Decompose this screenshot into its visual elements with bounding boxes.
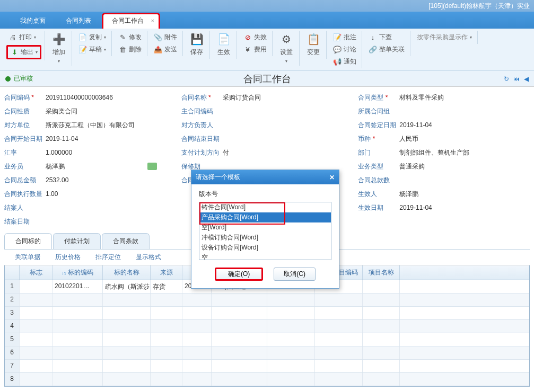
cell xyxy=(267,360,315,372)
cell xyxy=(182,293,212,306)
cost-button[interactable]: ¥费用 xyxy=(241,44,269,55)
subtab-terms[interactable]: 合同条款 xyxy=(102,233,150,249)
cell xyxy=(315,307,363,319)
list-item[interactable]: 空 xyxy=(199,253,331,260)
down-button[interactable]: ↓下查 xyxy=(366,32,407,43)
cell: 20102201… xyxy=(52,280,103,293)
filter-rel[interactable]: 关联单据 xyxy=(15,253,40,262)
list-item[interactable]: 产品采购合同[Word] xyxy=(199,212,331,222)
col-name[interactable]: 标的名称 xyxy=(103,265,151,280)
col-pname[interactable]: 项目名称 xyxy=(363,265,400,280)
money-icon: ¥ xyxy=(243,46,252,54)
cell xyxy=(151,307,182,319)
chevron-down-icon: ▾ xyxy=(36,50,38,55)
send-button[interactable]: 📤发送 xyxy=(152,44,179,55)
cell xyxy=(315,333,363,346)
copy-button[interactable]: 📄复制▾ xyxy=(76,32,108,43)
notify-button[interactable]: 📢通知 xyxy=(331,56,358,67)
draft-button[interactable]: 📝草稿▾ xyxy=(76,44,108,55)
cell xyxy=(52,373,103,386)
cell xyxy=(267,373,315,386)
cell: 2 xyxy=(5,293,20,306)
close-icon[interactable]: × xyxy=(151,17,154,24)
approve-button[interactable]: 📝批注 xyxy=(331,32,358,43)
cell xyxy=(315,293,363,306)
label-sign: 合同签定日期 xyxy=(358,121,396,130)
cell xyxy=(212,360,267,372)
list-item[interactable]: 空[Word] xyxy=(199,222,331,233)
table-row[interactable]: 4 xyxy=(5,320,529,333)
list-item[interactable]: 铸件合同[Word] xyxy=(199,202,331,212)
list-item[interactable]: 冲模订购合同[Word] xyxy=(199,233,331,243)
cell xyxy=(363,373,400,386)
table-row[interactable]: 6 xyxy=(5,346,529,360)
label-plan: 支付计划方向 xyxy=(181,148,220,157)
cell: 1 xyxy=(5,280,20,293)
print-button[interactable]: 🖨 打印 ▾ xyxy=(6,32,41,43)
cell xyxy=(267,346,315,359)
gear-icon: ⚙ xyxy=(280,33,293,46)
cell xyxy=(20,280,52,293)
setup-button[interactable]: ⚙设置▾ xyxy=(277,32,296,65)
col-src[interactable]: 来源 xyxy=(151,265,182,280)
table-row[interactable]: 8 xyxy=(5,373,529,386)
ok-button[interactable]: 确定(O) xyxy=(215,268,263,281)
table-row[interactable]: 3 xyxy=(5,307,529,320)
effect-button[interactable]: 📄生效 xyxy=(214,32,233,58)
col-rownum[interactable] xyxy=(5,265,20,280)
list-item[interactable]: 设备订购合同[Word] xyxy=(199,243,331,253)
void-button[interactable]: ⊘失效 xyxy=(241,32,269,43)
label-qty: 合同执行数量 xyxy=(4,190,42,199)
copy-icon: 📄 xyxy=(78,33,87,42)
filter-disp[interactable]: 显示格式 xyxy=(136,253,161,262)
prev-icon[interactable]: ◀ xyxy=(524,75,529,83)
label-resp: 对方负责人 xyxy=(181,121,220,130)
status-bar: 已审核 合同工作台 ↻ ⏮ ◀ xyxy=(0,71,534,87)
tab-list[interactable]: 合同列表 xyxy=(56,13,101,29)
add-button[interactable]: ➕ 增加▾ xyxy=(49,32,68,65)
tab-desk[interactable]: 我的桌面 xyxy=(11,13,55,29)
cell: 4 xyxy=(5,320,20,333)
subtab-payplan[interactable]: 付款计划 xyxy=(53,233,101,249)
refresh-icon[interactable]: ↻ xyxy=(504,75,509,83)
cell xyxy=(103,373,151,386)
label-start: 合同开始日期 xyxy=(4,135,42,144)
parts-button[interactable]: 按零件采购显示作▾ xyxy=(415,32,474,43)
floppy-icon: 💾 xyxy=(190,33,203,46)
template-listbox[interactable]: 铸件合同[Word]产品采购合同[Word]空[Word]冲模订购合同[Word… xyxy=(199,202,331,260)
change-button[interactable]: 📋变更 xyxy=(304,32,323,58)
col-code[interactable]: ↓₁ 标的编码 xyxy=(52,265,103,280)
cell xyxy=(182,333,212,346)
delete-button[interactable]: 🗑删除 xyxy=(116,44,144,55)
subtab-target[interactable]: 合同标的 xyxy=(4,233,52,249)
filter-sort[interactable]: 排序定位 xyxy=(95,253,121,262)
col-flag[interactable]: 标志 xyxy=(20,265,52,280)
modify-button[interactable]: ✎修改 xyxy=(116,32,144,43)
export-button[interactable]: ⬇ 输出 ▾ xyxy=(6,45,41,59)
cell xyxy=(315,360,363,372)
discuss-button[interactable]: 💬讨论 xyxy=(331,44,358,55)
table-row[interactable]: 5 xyxy=(5,333,529,346)
cell xyxy=(182,346,212,359)
table-row[interactable]: 2 xyxy=(5,293,529,307)
cancel-button[interactable]: 取消(C) xyxy=(274,268,316,281)
save-button[interactable]: 💾保存 xyxy=(187,32,206,58)
cell: 存货 xyxy=(151,280,182,293)
cell: 8 xyxy=(5,373,20,386)
close-icon[interactable]: ✕ xyxy=(329,174,335,181)
first-icon[interactable]: ⏮ xyxy=(513,75,520,83)
cell xyxy=(363,333,400,346)
nav-icons: ↻ ⏮ ◀ xyxy=(504,75,529,83)
attach-button[interactable]: 📎附件 xyxy=(152,32,179,43)
assoc-button[interactable]: 🔗整单关联 xyxy=(366,44,407,55)
chat-icon: 💬 xyxy=(333,46,342,54)
cell xyxy=(52,307,103,319)
filter-hist[interactable]: 历史价格 xyxy=(55,253,81,262)
dialog-titlebar[interactable]: 请选择一个模板 ✕ xyxy=(191,170,339,184)
table-row[interactable]: 7 xyxy=(5,360,529,373)
pencil-icon: ✎ xyxy=(118,33,127,42)
status-dot-icon xyxy=(5,76,11,82)
person-icon[interactable] xyxy=(147,163,157,170)
cell xyxy=(363,360,400,372)
tab-bench[interactable]: 合同工作台 × xyxy=(102,13,160,29)
